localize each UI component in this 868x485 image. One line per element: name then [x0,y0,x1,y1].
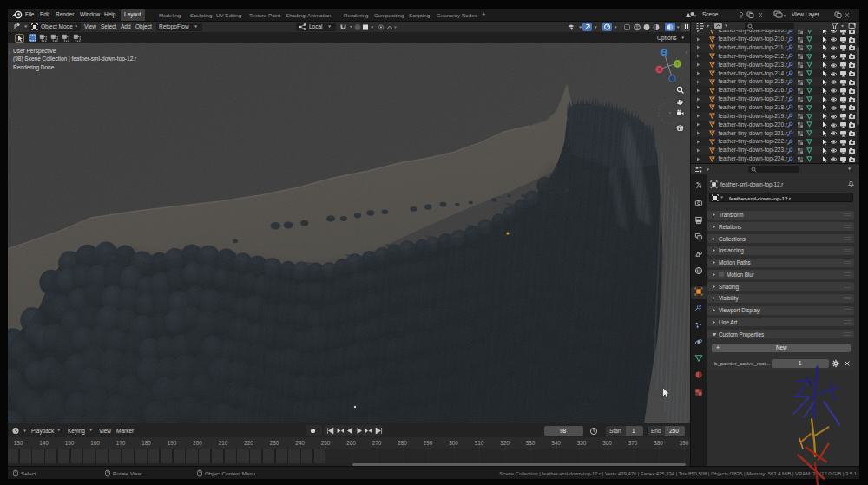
svg-text:Z: Z [662,49,665,55]
